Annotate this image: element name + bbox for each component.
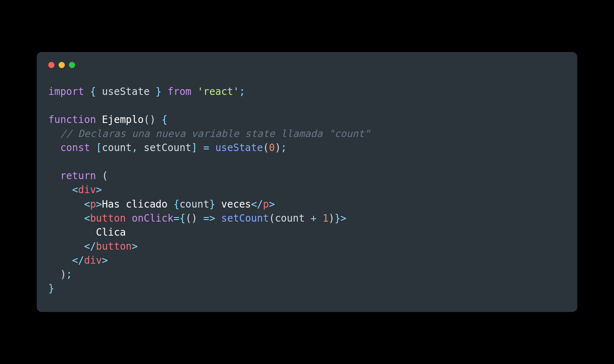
code-token: button bbox=[90, 213, 126, 224]
code-token: import bbox=[48, 86, 84, 97]
code-token: () bbox=[185, 213, 197, 224]
code-token: { bbox=[90, 86, 96, 97]
code-token: > bbox=[102, 255, 108, 266]
minimize-icon[interactable] bbox=[59, 62, 65, 68]
code-token: ] bbox=[191, 142, 197, 154]
code-token bbox=[197, 142, 203, 154]
code-line: <button onClick={() => setCount(count + … bbox=[48, 211, 566, 225]
code-token: function bbox=[48, 114, 96, 125]
code-token: ) bbox=[328, 213, 334, 224]
code-line: </button> bbox=[48, 239, 566, 253]
code-token: = bbox=[173, 213, 179, 224]
code-token: Has clicado bbox=[102, 199, 173, 210]
code-line: } bbox=[48, 281, 566, 295]
code-token: </ bbox=[72, 255, 84, 266]
code-token: ( bbox=[263, 142, 269, 154]
code-token bbox=[209, 142, 215, 154]
code-token: setCount bbox=[138, 142, 191, 154]
code-token: { bbox=[179, 213, 185, 224]
code-token: count bbox=[275, 213, 311, 224]
code-token: from bbox=[168, 86, 191, 97]
code-token: setCount bbox=[221, 213, 269, 224]
code-token: } bbox=[156, 86, 161, 97]
code-token: onClick bbox=[132, 213, 173, 224]
code-token: </ bbox=[84, 241, 96, 252]
code-block: import { useState } from 'react'; functi… bbox=[48, 85, 566, 295]
code-line: return ( bbox=[48, 169, 566, 183]
code-token: ( bbox=[269, 213, 275, 224]
code-line bbox=[48, 99, 566, 113]
code-token: div bbox=[78, 184, 96, 196]
code-token: ( bbox=[102, 170, 108, 182]
code-token: => bbox=[203, 213, 215, 224]
code-token: const bbox=[60, 142, 90, 154]
code-token: button bbox=[96, 241, 132, 252]
code-token bbox=[48, 142, 60, 154]
code-token: > bbox=[96, 184, 102, 196]
code-token: count bbox=[179, 199, 209, 210]
code-token: count bbox=[102, 142, 132, 154]
code-line bbox=[48, 155, 566, 169]
code-line: // Declaras una nueva variable state lla… bbox=[48, 127, 566, 141]
code-token bbox=[48, 170, 60, 182]
code-line: import { useState } from 'react'; bbox=[48, 85, 566, 99]
code-token: ; bbox=[239, 86, 245, 97]
code-line: <p>Has clicado {count} veces</p> bbox=[48, 197, 566, 211]
code-token: < bbox=[84, 213, 90, 224]
code-token bbox=[197, 213, 203, 224]
code-token: veces bbox=[215, 199, 251, 210]
code-token bbox=[215, 213, 221, 224]
code-token: ) bbox=[275, 142, 281, 154]
code-token: { bbox=[173, 199, 179, 210]
code-token bbox=[48, 241, 84, 252]
code-line: ); bbox=[48, 267, 566, 281]
code-token: } bbox=[209, 199, 215, 210]
code-token: useState bbox=[215, 142, 263, 154]
code-token: p bbox=[263, 199, 269, 210]
code-token: Clica bbox=[48, 227, 126, 238]
window-traffic-lights bbox=[48, 62, 566, 68]
code-token: useState bbox=[96, 86, 156, 97]
code-token bbox=[316, 213, 322, 224]
code-token: 0 bbox=[269, 142, 275, 154]
code-token: return bbox=[60, 170, 96, 182]
code-token bbox=[48, 128, 60, 139]
code-token bbox=[191, 86, 197, 97]
code-token: [ bbox=[96, 142, 102, 154]
code-line: const [count, setCount] = useState(0); bbox=[48, 141, 566, 155]
code-token: } bbox=[335, 213, 340, 224]
code-token bbox=[156, 114, 161, 125]
code-token: + bbox=[311, 213, 316, 224]
code-token bbox=[96, 170, 102, 182]
code-token: } bbox=[48, 283, 54, 294]
code-line: function Ejemplo() { bbox=[48, 113, 566, 127]
code-token: ; bbox=[66, 269, 72, 280]
code-token bbox=[90, 142, 96, 154]
code-token: = bbox=[203, 142, 209, 154]
code-token: p bbox=[90, 199, 96, 210]
code-line: <div> bbox=[48, 183, 566, 197]
code-token bbox=[96, 114, 102, 125]
code-window: import { useState } from 'react'; functi… bbox=[37, 52, 577, 312]
code-token: 'react' bbox=[197, 86, 239, 97]
code-token: ) bbox=[60, 269, 66, 280]
code-token: < bbox=[84, 199, 90, 210]
code-token: { bbox=[162, 114, 168, 125]
close-icon[interactable] bbox=[48, 62, 54, 68]
code-line: </div> bbox=[48, 253, 566, 267]
code-token: // Declaras una nueva variable state lla… bbox=[60, 128, 370, 139]
code-token: > bbox=[269, 199, 275, 210]
code-token bbox=[162, 86, 168, 97]
code-token: 1 bbox=[323, 213, 328, 224]
code-token: Ejemplo bbox=[102, 114, 144, 125]
code-token: </ bbox=[251, 199, 263, 210]
code-token: , bbox=[132, 142, 137, 154]
code-line: Clica bbox=[48, 225, 566, 239]
maximize-icon[interactable] bbox=[69, 62, 75, 68]
code-token bbox=[48, 255, 72, 266]
code-token bbox=[84, 86, 90, 97]
code-token: div bbox=[84, 255, 102, 266]
code-token: ; bbox=[281, 142, 287, 154]
code-token: > bbox=[340, 213, 346, 224]
code-token bbox=[48, 213, 84, 224]
